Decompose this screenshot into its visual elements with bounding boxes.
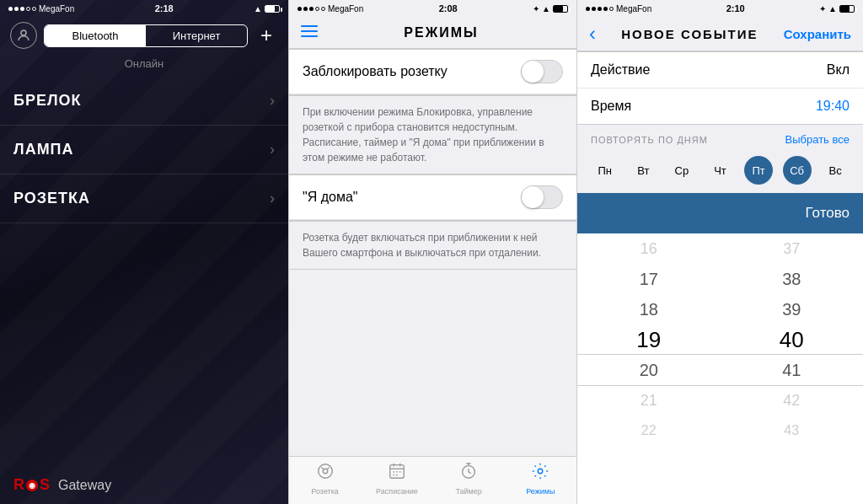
rozetka-icon — [316, 462, 335, 485]
battery-fill-1 — [265, 6, 275, 12]
panel-bluetooth: MegaFon 2:18 ▲ Bluetooth Интернет + — [0, 0, 288, 504]
desc-text-2: Розетка будет включаться при приближении… — [303, 230, 563, 260]
device-item-rozetka[interactable]: РОЗЕТКА › — [0, 174, 288, 223]
select-all-button[interactable]: Выбрать все — [785, 133, 850, 146]
min-39: 39 — [721, 294, 864, 324]
day-tue[interactable]: Вт — [629, 156, 657, 185]
desc-block-2: Розетка будет включаться при приближении… — [289, 221, 576, 270]
battery-1 — [265, 5, 280, 13]
carrier-3: MegaFon — [616, 4, 651, 13]
dot2-1 — [297, 7, 302, 11]
save-button[interactable]: Сохранить — [784, 27, 851, 41]
tab-modes[interactable]: Режимы — [505, 462, 576, 496]
dot2 — [14, 7, 19, 11]
block-toggle[interactable] — [521, 60, 563, 83]
chevron-icon-1: › — [270, 92, 275, 110]
time-3: 2:10 — [726, 3, 745, 13]
day-fri[interactable]: Пт — [744, 156, 773, 185]
min-43: 43 — [721, 416, 864, 446]
p2-body: Заблокировать розетку При включении режи… — [289, 49, 576, 456]
day-mon[interactable]: Пн — [591, 156, 619, 185]
tab-label-schedule: Расписание — [376, 487, 418, 496]
bluetooth-icon-2: ✦ — [533, 4, 539, 13]
logo-s: S — [40, 476, 50, 494]
desc-text-1: При включении режима Блокировка, управле… — [303, 105, 563, 165]
tab-schedule[interactable]: Расписание — [361, 462, 432, 496]
min-40: 40 — [721, 324, 864, 355]
carrier-name-1: MegaFon — [39, 4, 74, 13]
day-sat[interactable]: Сб — [783, 156, 812, 185]
tab-timer[interactable]: Таймер — [433, 462, 505, 496]
status-right-2: ✦ ▲ — [533, 4, 568, 13]
battery-3 — [839, 5, 855, 13]
status-left: MegaFon — [8, 4, 74, 13]
day-mon-label: Пн — [598, 164, 613, 177]
seg-internet[interactable]: Интернет — [146, 25, 247, 46]
p1-footer: R ◉ S Gateway — [0, 466, 288, 504]
device-item-lampa[interactable]: ЛАМПА › — [0, 126, 288, 174]
time-row[interactable]: Время 19:40 — [577, 88, 863, 124]
svg-point-0 — [21, 30, 26, 35]
p3-header: ‹ НОВОЕ СОБЫТИЕ Сохранить — [577, 17, 863, 51]
carrier-2: MegaFon — [328, 4, 363, 13]
status-right-1: ▲ — [254, 4, 280, 13]
user-avatar[interactable] — [10, 22, 37, 49]
svg-point-5 — [323, 469, 328, 474]
bluetooth-icon-3: ✦ — [819, 4, 826, 13]
dot2-4 — [315, 7, 319, 11]
seg-bluetooth[interactable]: Bluetooth — [45, 25, 146, 46]
battery-fill-3 — [840, 6, 850, 12]
p1-header: Bluetooth Интернет + — [0, 17, 288, 54]
day-wed[interactable]: Ср — [667, 156, 696, 185]
back-button[interactable]: ‹ — [589, 24, 596, 44]
signal-indicator — [8, 7, 36, 11]
device-name-rozetka: РОЗЕТКА — [13, 190, 90, 207]
min-41: 41 — [721, 355, 864, 385]
signal-2 — [297, 7, 325, 11]
add-device-button[interactable]: + — [255, 24, 278, 47]
action-value: Вкл — [827, 62, 850, 78]
p2-header: РЕЖИМЫ — [289, 17, 576, 49]
desc-block-1: При включении режима Блокировка, управле… — [289, 95, 576, 174]
dot3 — [20, 7, 24, 11]
block-label: Заблокировать розетку — [303, 64, 448, 79]
svg-line-6 — [321, 467, 323, 469]
day-sun[interactable]: Вс — [821, 156, 850, 185]
hour-18: 18 — [577, 294, 721, 324]
status-bar-2: MegaFon 2:08 ✦ ▲ — [289, 0, 576, 17]
time-value: 19:40 — [816, 99, 850, 114]
wifi-icon-1: ▲ — [254, 4, 262, 13]
app-name: Gateway — [58, 478, 111, 493]
wifi-icon-2: ▲ — [542, 4, 550, 13]
panel-new-event: MegaFon 2:10 ✦ ▲ ‹ НОВОЕ СОБЫТИЕ Сохрани… — [576, 0, 863, 504]
hour-20: 20 — [577, 355, 721, 385]
settings-row-home: "Я дома" — [289, 175, 576, 220]
repeat-section: ПОВТОРЯТЬ ПО ДНЯМ Выбрать все — [577, 125, 863, 151]
settings-section-1: Заблокировать розетку — [289, 49, 576, 95]
done-label: Готово — [806, 205, 850, 221]
hour-17: 17 — [577, 264, 721, 294]
battery-2 — [553, 5, 568, 13]
tab-rozetka[interactable]: Розетка — [289, 462, 361, 496]
timer-icon — [459, 462, 478, 485]
online-status: Онлайн — [0, 54, 288, 77]
min-37: 37 — [721, 233, 864, 264]
device-item-brelok[interactable]: БРЕЛОК › — [0, 77, 288, 126]
day-thu[interactable]: Чт — [705, 156, 734, 185]
dot3-5 — [609, 7, 614, 11]
svg-rect-1 — [301, 25, 318, 27]
menu-icon[interactable] — [301, 24, 318, 41]
home-toggle[interactable] — [521, 185, 563, 209]
status-bar-1: MegaFon 2:18 ▲ — [0, 0, 288, 17]
dot3-1 — [586, 7, 590, 11]
device-list: БРЕЛОК › ЛАМПА › РОЗЕТКА › — [0, 77, 288, 466]
time-picker[interactable]: 16 17 18 19 20 21 22 37 38 39 40 41 42 4… — [577, 233, 863, 504]
done-row[interactable]: Готово — [577, 193, 863, 233]
action-row[interactable]: Действие Вкл — [577, 52, 863, 88]
repeat-label: ПОВТОРЯТЬ ПО ДНЯМ — [591, 135, 708, 145]
day-wed-label: Ср — [675, 164, 689, 177]
action-key: Действие — [591, 62, 650, 78]
hour-16: 16 — [577, 233, 721, 264]
settings-row-block: Заблокировать розетку — [289, 50, 576, 94]
time-key: Время — [591, 99, 631, 114]
